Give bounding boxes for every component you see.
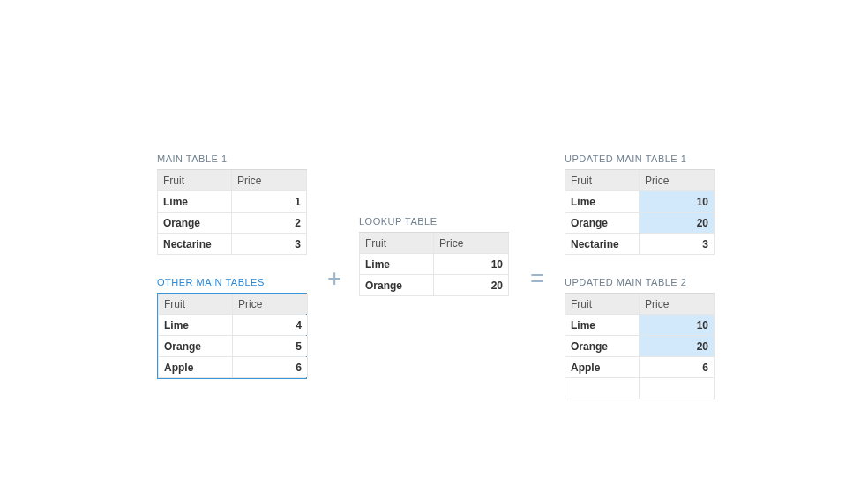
cell-price: 6 [640, 357, 715, 377]
other-main-tables-caption: OTHER MAIN TABLES [157, 277, 307, 287]
cell-fruit: Apple [158, 357, 233, 377]
cell-fruit: Orange [565, 336, 640, 356]
cell-fruit: Lime [565, 315, 640, 335]
cell-fruit: Nectarine [565, 234, 640, 254]
table-row: Apple 6 [158, 357, 306, 378]
cell-price: 3 [232, 234, 307, 254]
cell-price-updated: 10 [640, 191, 715, 212]
table-row: Lime 4 [158, 315, 306, 336]
table-header-row: Fruit Price [158, 294, 306, 315]
header-fruit: Fruit [565, 170, 640, 190]
equals-operator: = [530, 266, 544, 291]
main-table-1: Fruit Price Lime 1 Orange 2 Nectarine 3 [157, 169, 307, 255]
table-row: Nectarine 3 [565, 234, 715, 255]
cell-price-updated: 20 [640, 336, 715, 356]
table-header-row: Fruit Price [157, 170, 307, 191]
table-row: Lime 10 [565, 191, 715, 213]
cell-fruit: Orange [359, 275, 434, 295]
cell-fruit: Orange [565, 213, 640, 233]
cell-fruit: Lime [157, 191, 232, 212]
header-price: Price [233, 294, 308, 314]
header-price: Price [232, 170, 307, 190]
table-row: Orange 20 [565, 336, 715, 357]
cell-fruit: Orange [157, 213, 232, 233]
cell-fruit: Lime [565, 191, 640, 212]
cell-fruit: Orange [158, 336, 233, 356]
table-row: Orange 20 [565, 213, 715, 234]
table-row: Apple 6 [565, 357, 715, 378]
other-main-tables-block: OTHER MAIN TABLES Fruit Price Lime 4 Ora… [157, 277, 307, 379]
lookup-table-caption: LOOKUP TABLE [359, 216, 509, 227]
table-row: Nectarine 3 [157, 234, 307, 255]
cell-price: 2 [232, 213, 307, 233]
table-header-row: Fruit Price [565, 294, 715, 315]
header-price: Price [640, 170, 715, 190]
table-row-empty [565, 378, 715, 399]
table-row: Lime 1 [157, 191, 307, 213]
cell-price: 4 [233, 315, 308, 335]
cell-price: 10 [434, 254, 509, 274]
cell-fruit: Apple [565, 357, 640, 377]
header-price: Price [640, 294, 715, 314]
lookup-table-block: LOOKUP TABLE Fruit Price Lime 10 Orange … [359, 216, 509, 296]
cell-price-updated: 20 [640, 213, 715, 233]
updated-main-table-2: Fruit Price Lime 10 Orange 20 Apple 6 [565, 293, 715, 399]
main-table-1-block: MAIN TABLE 1 Fruit Price Lime 1 Orange 2… [157, 153, 307, 255]
table-row: Orange 5 [158, 336, 306, 357]
table-header-row: Fruit Price [565, 170, 715, 191]
table-row: Orange 2 [157, 213, 307, 234]
table-row: Lime 10 [565, 315, 715, 336]
cell-price: 20 [434, 275, 509, 295]
diagram-canvas: MAIN TABLE 1 Fruit Price Lime 1 Orange 2… [0, 0, 868, 500]
plus-operator: + [327, 266, 341, 291]
cell-fruit: Nectarine [157, 234, 232, 254]
cell-empty [640, 378, 715, 399]
updated-main-table-2-caption: UPDATED MAIN TABLE 2 [565, 277, 715, 287]
cell-empty [565, 378, 640, 399]
cell-price: 1 [232, 191, 307, 212]
table-header-row: Fruit Price [359, 233, 509, 254]
main-table-1-caption: MAIN TABLE 1 [157, 153, 307, 164]
other-main-table: Fruit Price Lime 4 Orange 5 Apple 6 [157, 293, 307, 379]
updated-main-table-1-caption: UPDATED MAIN TABLE 1 [565, 153, 715, 164]
header-fruit: Fruit [359, 233, 434, 253]
cell-price: 3 [640, 234, 715, 254]
cell-fruit: Lime [158, 315, 233, 335]
updated-main-table-1: Fruit Price Lime 10 Orange 20 Nectarine … [565, 169, 715, 255]
table-row: Lime 10 [359, 254, 509, 275]
cell-price-updated: 10 [640, 315, 715, 335]
cell-price: 5 [233, 336, 308, 356]
header-fruit: Fruit [565, 294, 640, 314]
header-fruit: Fruit [158, 294, 233, 314]
cell-price: 6 [233, 357, 308, 377]
table-row: Orange 20 [359, 275, 509, 296]
header-fruit: Fruit [157, 170, 232, 190]
cell-fruit: Lime [359, 254, 434, 274]
updated-main-table-1-block: UPDATED MAIN TABLE 1 Fruit Price Lime 10… [565, 153, 715, 255]
updated-main-table-2-block: UPDATED MAIN TABLE 2 Fruit Price Lime 10… [565, 277, 715, 399]
lookup-table: Fruit Price Lime 10 Orange 20 [359, 232, 509, 296]
header-price: Price [434, 233, 509, 253]
